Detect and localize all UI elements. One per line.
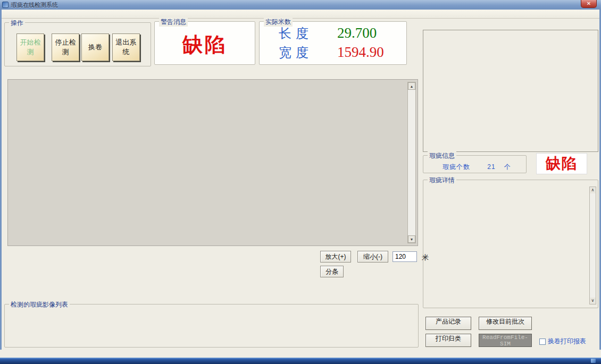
- width-label: 宽度: [279, 44, 337, 61]
- right-tab-bar: [423, 20, 599, 30]
- length-label: 长度: [279, 25, 337, 42]
- start-detect-button[interactable]: 开始检测: [16, 33, 44, 61]
- print-report-checkbox[interactable]: 换卷打印报表: [539, 337, 586, 346]
- status-bar: [0, 350, 601, 358]
- range-input[interactable]: [393, 251, 417, 262]
- app-icon: [2, 2, 9, 8]
- basic-info-panel: [423, 30, 598, 152]
- distribution-plot-area: ▲ ▼: [7, 79, 418, 246]
- close-icon[interactable]: ✕: [581, 0, 597, 8]
- table-scrollbar[interactable]: ∧ ∨: [589, 187, 596, 304]
- print-classify-button[interactable]: 打印归类: [425, 334, 471, 347]
- defect-count-group: 瑕疵信息 瑕疵个数 21 个: [423, 155, 527, 173]
- length-value: 29.700: [337, 25, 377, 41]
- plot-scrollbar[interactable]: ▲ ▼: [407, 82, 416, 243]
- warning-text: 缺陷: [155, 31, 255, 58]
- checkbox-label: 换卷打印报表: [548, 337, 586, 346]
- defect-detail-group: 瑕疵详情 ∧ ∨: [423, 180, 598, 308]
- defect-image-list-title: 检测的瑕疵影像列表: [9, 300, 70, 309]
- table-scroll-up-icon[interactable]: ∧: [590, 187, 596, 193]
- scroll-down-icon[interactable]: ▼: [408, 235, 415, 243]
- table-scroll-down-icon[interactable]: ∨: [590, 298, 596, 304]
- zoom-out-button[interactable]: 缩小(-): [357, 251, 388, 263]
- warning-group-title: 警告消息: [159, 18, 188, 27]
- title-bar: 瑕疵在线检测系统 ✕: [0, 0, 601, 10]
- checkbox-box[interactable]: [539, 338, 546, 345]
- exit-system-button[interactable]: 退出系统: [112, 33, 140, 61]
- stop-detect-button[interactable]: 停止检测: [52, 33, 79, 61]
- menu-bar: [2, 10, 599, 19]
- meters-group: 实际米数 长度 29.700 宽度 1594.90: [259, 21, 407, 65]
- warning-group: 警告消息 缺陷: [154, 21, 255, 65]
- defect-alert: 缺陷: [536, 153, 587, 174]
- defect-count-value: 21: [487, 163, 495, 171]
- zoom-in-button[interactable]: 放大(+): [320, 251, 351, 263]
- modify-batch-button[interactable]: 修改目前批次: [479, 317, 532, 330]
- width-value: 1594.90: [337, 44, 384, 61]
- window-title: 瑕疵在线检测系统: [11, 1, 58, 9]
- product-record-button[interactable]: 产品记录: [425, 317, 471, 330]
- change-roll-button[interactable]: 换卷: [81, 33, 109, 61]
- operation-group-title: 操作: [9, 19, 25, 28]
- taskbar[interactable]: [0, 358, 601, 364]
- scroll-up-icon[interactable]: ▲: [408, 82, 415, 90]
- defect-detail-group-title: 瑕疵详情: [428, 176, 456, 185]
- read-from-file-button: ReadFromFile-SIM: [479, 334, 532, 347]
- defect-count-unit: 个: [504, 163, 511, 171]
- defect-image-list-group: 检测的瑕疵影像列表: [4, 304, 419, 348]
- taskbar-tray-icon: [591, 359, 596, 363]
- split-button[interactable]: 分条: [320, 266, 344, 277]
- defect-count-group-title: 瑕疵信息: [428, 151, 456, 160]
- defect-count-label: 瑕疵个数: [443, 163, 470, 171]
- operation-group: 操作 开始检测 停止检测 换卷 退出系统: [4, 22, 151, 66]
